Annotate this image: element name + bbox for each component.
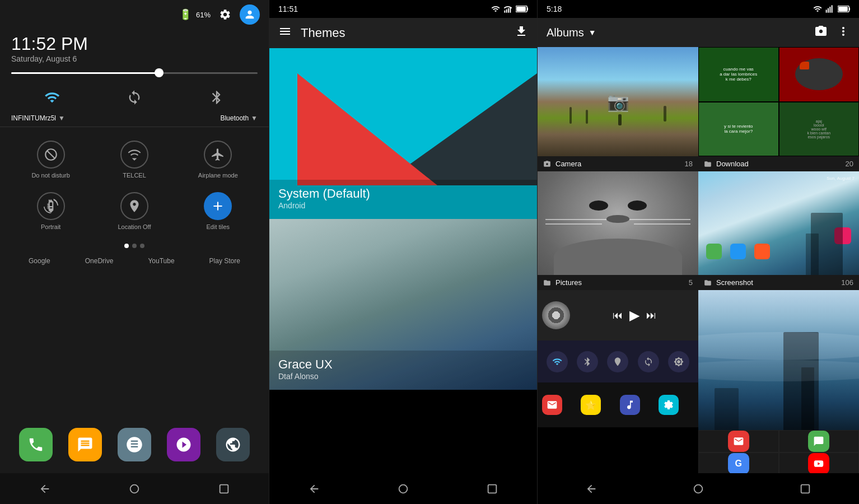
theme-system-info: System (Default) Android: [269, 180, 537, 219]
recents-button-1[interactable]: [212, 477, 236, 501]
airplane-icon: [204, 141, 232, 169]
music-cell[interactable]: ⏮ ▶ ⏭: [538, 290, 698, 473]
back-button-2[interactable]: [302, 477, 326, 501]
pictures-album[interactable]: Pictures 5: [538, 171, 698, 290]
theme-grace-name: Grace UX: [278, 357, 528, 372]
download-album[interactable]: cuando me vasa dar las lombricesk me deb…: [698, 47, 859, 171]
camera-thumb[interactable]: 📷: [538, 47, 698, 156]
qs-sync[interactable]: [638, 351, 659, 372]
shortcut-youtube[interactable]: YouTube: [148, 257, 174, 265]
qs-bluetooth[interactable]: [577, 351, 598, 372]
recents-button-2[interactable]: [480, 477, 505, 501]
camera-album[interactable]: 📷 Camera 18: [538, 47, 698, 171]
do-not-disturb-icon: [37, 141, 65, 169]
camera-info: Camera 18: [538, 156, 698, 171]
albums-chevron[interactable]: ▼: [589, 28, 596, 37]
bluetooth-row[interactable]: Android Bluetooth ▼: [220, 114, 258, 122]
sync-tile[interactable]: [94, 85, 176, 110]
bluetooth-tile[interactable]: [175, 85, 258, 110]
download-name: Download: [716, 160, 841, 168]
snapchat-icon-cell[interactable]: [779, 430, 860, 452]
svg-rect-2: [504, 11, 505, 13]
dock-phone[interactable]: [19, 428, 53, 461]
shortcut-onedrive[interactable]: OneDrive: [85, 257, 114, 265]
wifi-dropdown[interactable]: ▼: [58, 114, 65, 122]
dock-browser[interactable]: [216, 428, 250, 461]
svg-rect-7: [527, 7, 528, 11]
settings-button[interactable]: [215, 4, 235, 25]
nav-bar-3: [538, 473, 859, 504]
time-display: 11:52 PM: [11, 34, 258, 54]
foggy-thumb[interactable]: [698, 290, 859, 430]
pictures-count: 5: [689, 278, 693, 287]
home-button-1[interactable]: [122, 477, 147, 501]
home-button-3[interactable]: [686, 477, 711, 501]
camera-count: 18: [685, 160, 693, 168]
svg-rect-4: [508, 8, 509, 13]
qs-location[interactable]: [607, 351, 628, 372]
user-avatar[interactable]: [240, 4, 260, 25]
app-icon-settings[interactable]: [659, 395, 679, 415]
more-button[interactable]: [837, 25, 850, 40]
quick-tiles-row: [0, 81, 269, 114]
wifi-tile[interactable]: [11, 85, 94, 110]
action-tiles: Do not disturb TELCEL Airplane mode: [0, 132, 269, 239]
portrait-label: Portrait: [41, 223, 60, 230]
albums-title: Albums: [547, 26, 584, 39]
brightness-slider[interactable]: [0, 66, 269, 81]
pictures-folder-icon: [543, 279, 551, 287]
gallery-header-actions: [814, 25, 850, 40]
shortcut-playstore[interactable]: Play Store: [209, 257, 240, 265]
youtube-icon-cell[interactable]: [779, 452, 860, 473]
shortcut-google[interactable]: Google: [29, 257, 50, 265]
music-thumb[interactable]: ⏮ ▶ ⏭: [538, 290, 698, 340]
portrait-tile[interactable]: Portrait: [11, 188, 90, 235]
download-thumb[interactable]: cuando me vasa dar las lombricesk me deb…: [698, 47, 859, 156]
wifi-network-row[interactable]: INFINITUMrz5l ▼: [11, 114, 65, 122]
foggy-cell[interactable]: G: [698, 290, 859, 473]
camera-button[interactable]: [814, 25, 828, 40]
download-button[interactable]: [515, 25, 528, 41]
svg-rect-12: [828, 8, 829, 13]
network-name: INFINITUMrz5l: [11, 114, 56, 122]
slider-track[interactable]: [11, 72, 258, 74]
screenshot-thumb[interactable]: Sun, August 7: [698, 171, 859, 275]
do-not-disturb-tile[interactable]: Do not disturb: [11, 136, 90, 183]
theme-system-default[interactable]: System (Default) Android: [269, 48, 537, 219]
telcel-tile[interactable]: TELCEL: [95, 136, 174, 183]
bluetooth-dropdown[interactable]: ▼: [251, 114, 258, 122]
dock-viber[interactable]: [167, 428, 200, 461]
dot-2: [132, 244, 137, 248]
quick-settings-thumb[interactable]: [538, 340, 698, 382]
qs-brightness[interactable]: [668, 351, 689, 372]
edit-tiles-tile[interactable]: Edit tiles: [179, 188, 258, 235]
airplane-tile[interactable]: Airplane mode: [179, 136, 258, 183]
app-icon-gmail[interactable]: [542, 395, 562, 415]
google-icon-cell[interactable]: G: [698, 452, 779, 473]
theme-grace-ux[interactable]: Grace UX Dtaf Alonso: [269, 219, 537, 390]
dock-messages[interactable]: [68, 428, 102, 461]
prev-button[interactable]: ⏮: [613, 310, 623, 321]
themes-panel: 11:51 Themes: [269, 0, 538, 504]
back-button-3[interactable]: [579, 477, 604, 501]
screenshot-album[interactable]: Sun, August 7 Screenshot 106: [698, 171, 859, 290]
recents-button-3[interactable]: [793, 477, 818, 501]
next-button[interactable]: ⏭: [646, 310, 656, 321]
pictures-thumb[interactable]: [538, 171, 698, 275]
do-not-disturb-label: Do not disturb: [31, 172, 69, 179]
gmail-icon-cell[interactable]: [698, 430, 779, 452]
menu-icon[interactable]: [278, 25, 292, 41]
back-button-1[interactable]: [32, 477, 57, 501]
dock-dialer[interactable]: [118, 428, 151, 461]
svg-rect-19: [801, 484, 810, 493]
location-off-tile[interactable]: Location Off: [95, 188, 174, 235]
app-icons-grid-2: G: [698, 430, 859, 473]
time-section: 11:52 PM Saturday, August 6: [0, 29, 269, 66]
play-button[interactable]: ▶: [629, 307, 639, 323]
svg-rect-1: [220, 484, 228, 493]
location-off-label: Location Off: [118, 223, 151, 230]
qs-wifi[interactable]: [547, 351, 568, 372]
home-button-2[interactable]: [391, 477, 416, 501]
app-icon-star[interactable]: ⭐: [581, 395, 601, 415]
app-icon-music[interactable]: [620, 395, 640, 415]
